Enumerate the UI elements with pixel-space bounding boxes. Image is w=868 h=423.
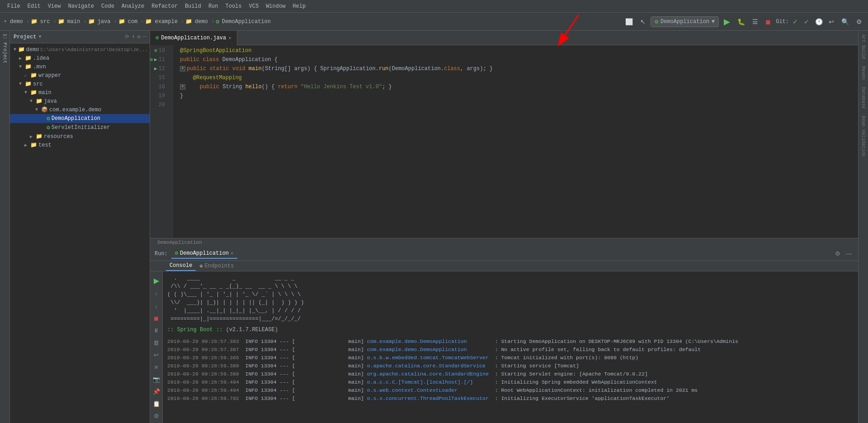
dropdown-icon-project: ▼ xyxy=(38,34,41,39)
tree-mvn[interactable]: ▼ 📁 .mvn xyxy=(10,62,150,71)
gear-run-btn[interactable]: ⚙ xyxy=(152,411,160,421)
run-tab-close[interactable]: ✕ xyxy=(231,250,234,256)
menu-navigate[interactable]: Navigate xyxy=(64,1,98,11)
tree-main[interactable]: ▼ 📁 main xyxy=(10,88,150,97)
editor-footer-label: DemoApplication xyxy=(157,240,202,245)
tree-idea[interactable]: ▶ 📁 .idea xyxy=(10,54,150,62)
screenshot-btn[interactable]: 📷 xyxy=(151,375,161,384)
console-tab[interactable]: Console xyxy=(166,261,196,271)
run-gutter-icon[interactable]: ⚙ xyxy=(154,46,157,55)
endpoints-tab[interactable]: ⊕ Endpoints xyxy=(196,261,237,271)
minimize-icon[interactable]: — xyxy=(143,33,146,40)
right-tab-database[interactable]: Database xyxy=(860,83,867,112)
menu-view[interactable]: View xyxy=(44,1,65,11)
tree-demo-app[interactable]: ⚙ DemoApplication xyxy=(10,114,150,123)
stop-button[interactable]: ◼ xyxy=(763,17,773,27)
menu-file[interactable]: File xyxy=(4,1,24,11)
folder-icon: 📁 xyxy=(30,89,37,96)
git-undo[interactable]: ↩ xyxy=(826,17,836,27)
right-tab-maven[interactable]: Maven xyxy=(860,62,867,83)
pause-btn[interactable]: ⏸ xyxy=(152,326,160,335)
run-arrow-icon[interactable]: ▶ xyxy=(154,55,157,64)
folder-icon: 📁 xyxy=(36,98,42,105)
debug-button[interactable]: 🐛 xyxy=(735,17,747,27)
settings-run-btn[interactable]: ⚙ xyxy=(833,249,842,258)
menu-edit[interactable]: Edit xyxy=(24,1,44,11)
breadcrumb-src[interactable]: src xyxy=(38,18,52,26)
run-play-btn[interactable]: ▶ xyxy=(152,275,160,286)
coverage-button[interactable]: ☰ xyxy=(750,17,760,27)
run-tab-demo[interactable]: ⚙ DemoApplication ✕ xyxy=(171,248,237,259)
breadcrumb-com[interactable]: com xyxy=(126,18,140,26)
breadcrumb-demo[interactable]: demo xyxy=(8,18,25,26)
folder-icon-main: 📁 xyxy=(58,18,65,25)
pin-btn[interactable]: 📌 xyxy=(151,387,161,396)
cursor-btn[interactable]: ↖ xyxy=(638,17,648,27)
menu-run[interactable]: Run xyxy=(205,1,222,11)
right-strip: Art Build Maven Database Bean Validation xyxy=(858,31,868,423)
settings-icon[interactable]: ⚙ xyxy=(137,33,141,40)
tree-src[interactable]: ▼ 📁 src xyxy=(10,80,150,88)
code-content: @SpringBootApplication public class Demo… xyxy=(173,45,858,238)
breadcrumb-main[interactable]: main xyxy=(66,18,82,26)
git-checkmark2[interactable]: ✓ xyxy=(802,17,811,27)
git-checkmark1[interactable]: ✓ xyxy=(790,17,800,27)
tree-test[interactable]: ▶ 📁 test xyxy=(10,141,150,149)
scroll-down-btn[interactable]: ↓ xyxy=(153,301,159,311)
project-header-icons: ⟳ ⬇ ⚙ — xyxy=(125,33,146,40)
menu-build[interactable]: Build xyxy=(181,1,205,11)
minimize-run-btn[interactable]: — xyxy=(844,249,854,258)
clear-console-btn[interactable]: 🗑 xyxy=(152,338,160,347)
breadcrumb-class[interactable]: DemoApplication xyxy=(220,18,273,26)
menu-help[interactable]: Help xyxy=(289,1,309,11)
code-line-11: public class DemoApplication { xyxy=(173,55,858,64)
breadcrumb-demo2[interactable]: demo xyxy=(193,18,210,26)
tab-close-btn[interactable]: ✕ xyxy=(228,35,231,41)
git-history[interactable]: 🕐 xyxy=(813,17,825,27)
run-gutter-icon2[interactable]: ⚙ xyxy=(150,55,153,64)
menu-window[interactable]: Window xyxy=(262,1,289,11)
right-tab-artbuild[interactable]: Art Build xyxy=(860,31,867,62)
menu-code[interactable]: Code xyxy=(98,1,118,11)
tree-wrapper[interactable]: ▶ 📁 wrapper xyxy=(10,71,150,80)
tree-servlet[interactable]: ⚙ ServletInitializer xyxy=(10,123,150,132)
fold-btn[interactable]: ≡ xyxy=(153,362,160,372)
stop-run-btn[interactable]: ◼ xyxy=(152,314,160,323)
chevron-icon: ▼ xyxy=(19,81,24,86)
project-title: Project ▼ xyxy=(14,34,41,40)
editor-section: ⚙ DemoApplication.java ✕ ⚙ 10 ⚙ ▶ 11 xyxy=(150,31,858,247)
collapse-icon[interactable]: ⬇ xyxy=(132,33,135,40)
tree-root[interactable]: ▼ 📁 demo C:\Users\Administrator\Desktop\… xyxy=(10,45,150,54)
tree-root-path: C:\Users\Administrator\Desktop\Je... xyxy=(40,47,148,52)
tree-package[interactable]: ▼ 📦 com.example.demo xyxy=(10,105,150,114)
scroll-up-btn[interactable]: ↑ xyxy=(153,289,159,299)
search-everywhere-btn[interactable]: 🔍 xyxy=(839,17,851,27)
menu-analyze[interactable]: Analyze xyxy=(118,1,148,11)
run-button[interactable]: ▶ xyxy=(722,15,732,28)
menu-vcs[interactable]: VCS xyxy=(245,1,263,11)
run-config-label: DemoApplication xyxy=(660,19,709,25)
breadcrumb: ▪ demo › 📁 src › 📁 main › 📁 java › 📁 com… xyxy=(4,18,621,26)
wrap-btn[interactable]: ↩ xyxy=(152,350,160,360)
sync-icon[interactable]: ⟳ xyxy=(125,33,129,40)
project-panel-toggle[interactable]: 1: Project xyxy=(1,31,9,66)
copy-btn[interactable]: 📋 xyxy=(151,399,161,409)
menu-refactor[interactable]: Refactor xyxy=(148,1,181,11)
console-output[interactable]: . ____ _ __ _ _ /\\ / ___'_ __ _ _(_)_ _… xyxy=(163,271,858,423)
run-gutter-icon3[interactable]: ▶ xyxy=(154,64,157,73)
tree-java[interactable]: ▼ 📁 java xyxy=(10,97,150,105)
editor-tab-demo-app[interactable]: ⚙ DemoApplication.java ✕ xyxy=(150,31,237,45)
breadcrumb-example[interactable]: example xyxy=(153,18,179,26)
fold-icon-12[interactable]: + xyxy=(180,66,185,71)
menu-tools[interactable]: Tools xyxy=(222,1,245,11)
right-tab-beanvalidation[interactable]: Bean Validation xyxy=(860,112,867,160)
settings-btn[interactable]: ⚙ xyxy=(854,17,864,27)
run-config-selector[interactable]: ⚙ DemoApplication ▼ xyxy=(651,16,719,27)
layout-btn[interactable]: ⬜ xyxy=(623,17,635,27)
tree-resources[interactable]: ▶ 📁 resources xyxy=(10,132,150,141)
git-label: Git: xyxy=(776,19,789,25)
fold-icon-16[interactable]: + xyxy=(180,84,185,90)
annotation-requestmapping: @RequestMapping xyxy=(180,73,242,82)
breadcrumb-java[interactable]: java xyxy=(96,18,113,26)
run-tabs-bar: Console ⊕ Endpoints xyxy=(150,261,858,271)
